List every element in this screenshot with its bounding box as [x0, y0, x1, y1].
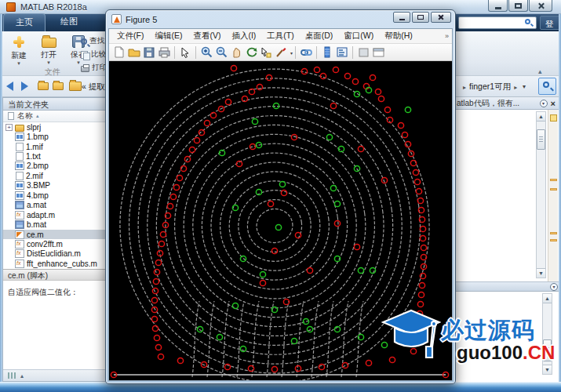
maximize-button[interactable]: [508, 0, 528, 12]
show-plot-tools-icon[interactable]: [371, 45, 385, 60]
open-button[interactable]: 打开 ▾: [35, 34, 63, 67]
figure-window[interactable]: Figure 5 文件(F)编辑(E)查看(V)插入(I)工具(T)桌面(D)窗…: [105, 9, 456, 384]
edit-plot-icon[interactable]: [178, 45, 192, 60]
file-list-header[interactable]: 名称 ▴: [3, 111, 105, 122]
figure-menu-item[interactable]: 文件(F): [111, 31, 149, 42]
fingerprint-image: [109, 61, 452, 380]
file-row[interactable]: a.mat: [3, 201, 105, 210]
brush-dropdown-icon[interactable]: ▾: [290, 50, 293, 56]
figure-menu-item[interactable]: 查看(V): [188, 31, 226, 42]
file-row[interactable]: 4.bmp: [3, 191, 105, 200]
editor-scroll-thumb[interactable]: [537, 129, 545, 150]
zoom-in-icon[interactable]: [199, 45, 213, 60]
figure-titlebar[interactable]: Figure 5: [108, 10, 453, 28]
data-cursor-icon[interactable]: [259, 45, 273, 60]
menu-overflow-icon[interactable]: »: [445, 32, 449, 40]
file-name: a.mat: [27, 201, 46, 209]
scroll-down-icon[interactable]: ▼: [537, 268, 545, 278]
insert-legend-icon[interactable]: [335, 45, 349, 60]
file-row[interactable]: 2.bmp: [3, 162, 105, 171]
ribbon-tab-绘图[interactable]: 绘图: [49, 13, 89, 31]
back-icon[interactable]: [6, 82, 13, 91]
lower-scroll-thumb[interactable]: [543, 339, 552, 361]
panel-menu-icon[interactable]: ▾: [550, 283, 558, 291]
figure-menu-item[interactable]: 窗口(W): [338, 31, 379, 42]
scroll-down-icon[interactable]: ▼: [543, 365, 552, 374]
link-plot-icon[interactable]: [299, 45, 313, 60]
m-file-icon: [15, 240, 24, 249]
compare-icon: [81, 51, 89, 59]
new-button[interactable]: 新建 ▾: [5, 34, 33, 67]
folder-up-icon[interactable]: [38, 82, 49, 90]
file-row[interactable]: +slprj: [3, 122, 105, 132]
figure-menu-item[interactable]: 工具(T): [261, 31, 299, 42]
figure-canvas[interactable]: [109, 61, 452, 380]
editor-tab[interactable]: atlab代码，很有... ▾ ×: [455, 97, 559, 110]
insert-colorbar-icon[interactable]: [320, 45, 334, 60]
pan-icon[interactable]: [229, 45, 243, 60]
figure-menu-item[interactable]: 插入(I): [226, 31, 261, 42]
find-files-button[interactable]: 查找文件: [81, 35, 106, 47]
file-row[interactable]: 1.txt: [3, 151, 105, 161]
print-figure-icon[interactable]: [157, 45, 171, 60]
panel-splitter[interactable]: ▾: [455, 281, 561, 292]
rotate-3d-icon[interactable]: [244, 45, 258, 60]
scroll-up-icon[interactable]: ▲: [537, 112, 545, 122]
login-button[interactable]: 登录: [540, 16, 561, 30]
img-file-icon: [15, 191, 24, 200]
browse-folder-icon[interactable]: [53, 82, 64, 90]
address-dropdown-icon[interactable]: ▾: [523, 83, 526, 90]
file-name: 1.txt: [26, 152, 41, 161]
file-row[interactable]: ce.m: [3, 230, 105, 239]
lower-pane[interactable]: ▲ ▼: [455, 292, 559, 382]
details-expander[interactable]: ▴: [3, 369, 105, 381]
warning-tick-icon[interactable]: [550, 232, 557, 234]
editor-pane[interactable]: ▲ ▼: [455, 110, 559, 281]
figure-maximize-button[interactable]: [412, 12, 429, 23]
compare-button[interactable]: 比较: [81, 49, 106, 60]
zoom-out-icon[interactable]: [214, 45, 228, 60]
figure-menu-item[interactable]: 编辑(E): [149, 31, 188, 42]
close-button[interactable]: [529, 0, 552, 12]
editor-scrollbar[interactable]: ▲ ▼: [536, 111, 546, 278]
collapse-toolstrip-icon[interactable]: ▴: [538, 67, 542, 75]
toolbar-separator: [195, 46, 196, 59]
warning-tick-icon[interactable]: [550, 239, 557, 241]
save-figure-icon[interactable]: [142, 45, 156, 60]
file-row[interactable]: 3.BMP: [3, 181, 105, 191]
file-row[interactable]: fft_enhance_cubs.m: [3, 259, 105, 268]
editor-tab-close-icon[interactable]: ×: [551, 99, 556, 108]
expand-icon[interactable]: +: [5, 124, 13, 131]
panel-menu-icon[interactable]: ▾: [540, 100, 548, 107]
warning-tick-icon[interactable]: [550, 179, 557, 181]
file-row[interactable]: DistEuclidian.m: [3, 249, 105, 259]
maximize-icon: [417, 15, 424, 20]
address-search-button[interactable]: [538, 78, 556, 95]
file-row[interactable]: adapt.m: [3, 210, 105, 220]
file-row[interactable]: 2.mif: [3, 171, 105, 180]
forward-icon[interactable]: [21, 82, 28, 91]
open-file-icon[interactable]: [127, 45, 141, 60]
file-row[interactable]: b.mat: [3, 220, 105, 229]
new-figure-icon[interactable]: [112, 45, 126, 60]
minimize-button[interactable]: [488, 0, 508, 12]
breadcrumb-right[interactable]: ▸finger1可用▸: [460, 82, 520, 93]
figure-toolbar: ▾: [109, 44, 452, 61]
lower-scrollbar[interactable]: ▲ ▼: [542, 293, 552, 375]
ribbon-tab-主页[interactable]: 主页: [3, 13, 46, 31]
file-row[interactable]: 1.bmp: [3, 132, 105, 141]
file-row[interactable]: 1.mif: [3, 142, 105, 151]
figure-minimize-button[interactable]: [393, 12, 410, 23]
file-row[interactable]: conv2fft.m: [3, 239, 105, 249]
warning-tick-icon[interactable]: [550, 188, 557, 191]
figure-menu-item[interactable]: 帮助(H): [379, 31, 418, 42]
scroll-up-icon[interactable]: ▲: [543, 294, 552, 303]
breadcrumb-folder-label[interactable]: finger1可用: [469, 82, 511, 91]
hide-plot-tools-icon[interactable]: [356, 45, 370, 60]
file-name: DistEuclidian.m: [27, 249, 81, 258]
open-caret-icon: ▾: [35, 60, 63, 64]
message-indicator-icon[interactable]: [550, 114, 557, 122]
brush-icon[interactable]: ▾: [274, 45, 288, 60]
figure-menu-item[interactable]: 桌面(D): [300, 31, 339, 42]
figure-close-button[interactable]: [431, 12, 451, 23]
